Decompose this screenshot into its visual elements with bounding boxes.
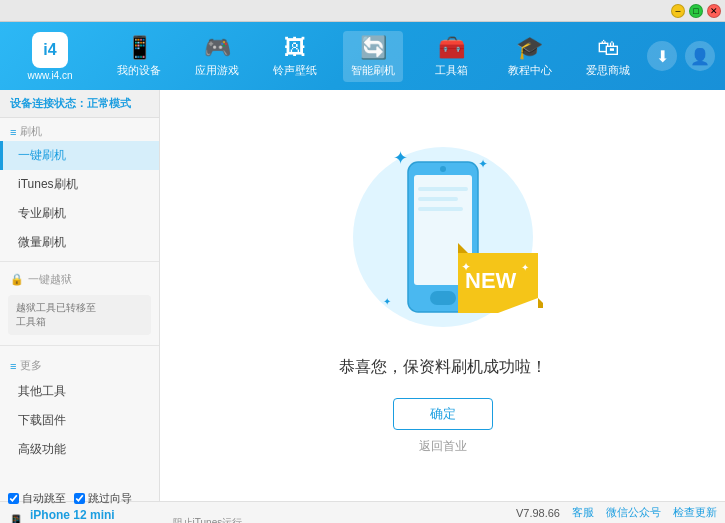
apps-icon: 🎮 — [204, 35, 231, 61]
sidebar-section-more: ≡ 更多 — [0, 354, 159, 377]
sidebar-item-download-firmware[interactable]: 下载固件 — [0, 406, 159, 435]
nav-store[interactable]: 🛍 爱思商城 — [578, 31, 638, 82]
skip-guide-checkbox[interactable]: 跳过向导 — [74, 491, 132, 506]
maximize-button[interactable]: □ — [689, 4, 703, 18]
auto-skip-checkbox[interactable]: 自动跳至 — [8, 491, 66, 506]
auto-skip-input[interactable] — [8, 493, 19, 504]
skip-guide-input[interactable] — [74, 493, 85, 504]
logo[interactable]: i4 www.i4.cn — [10, 32, 90, 81]
svg-point-3 — [440, 166, 446, 172]
confirm-button[interactable]: 确定 — [393, 398, 493, 430]
svg-marker-9 — [538, 298, 543, 308]
sparkle-3: ✦ — [383, 296, 391, 307]
sidebar-section-jailbreak: 🔒 一键越狱 — [0, 266, 159, 289]
header: i4 www.i4.cn 📱 我的设备 🎮 应用游戏 🖼 铃声壁纸 🔄 智能刷机… — [0, 22, 725, 90]
svg-text:✦: ✦ — [521, 262, 529, 273]
sidebar-item-micro-flash[interactable]: 微量刷机 — [0, 228, 159, 257]
svg-rect-5 — [418, 197, 458, 201]
close-button[interactable]: ✕ — [707, 4, 721, 18]
store-icon: 🛍 — [597, 35, 619, 61]
version-label: V7.98.66 — [516, 507, 560, 519]
smart-flash-icon: 🔄 — [360, 35, 387, 61]
logo-url: www.i4.cn — [27, 70, 72, 81]
svg-rect-4 — [418, 187, 468, 191]
sparkle-2: ✦ — [478, 157, 488, 171]
device-icon: 📱 — [126, 35, 153, 61]
minimize-button[interactable]: – — [671, 4, 685, 18]
nav-tutorial[interactable]: 🎓 教程中心 — [500, 31, 560, 82]
nav-bar: 📱 我的设备 🎮 应用游戏 🖼 铃声壁纸 🔄 智能刷机 🧰 工具箱 🎓 教程中心… — [100, 31, 647, 82]
nav-smart-flash[interactable]: 🔄 智能刷机 — [343, 31, 403, 82]
sidebar-item-one-click-flash[interactable]: 一键刷机 — [0, 141, 159, 170]
connection-status: 设备连接状态：正常模式 — [0, 90, 159, 118]
svg-text:✦: ✦ — [461, 260, 471, 274]
support-link[interactable]: 客服 — [572, 505, 594, 520]
congrats-text: 恭喜您，保资料刷机成功啦！ — [339, 357, 547, 378]
bottom-bar: 自动跳至 跳过向导 📱 iPhone 12 mini 64GB Down-12m… — [0, 501, 725, 523]
sidebar-item-other-tools[interactable]: 其他工具 — [0, 377, 159, 406]
content-area: ✦ ✦ ✦ — [160, 90, 725, 501]
wechat-link[interactable]: 微信公众号 — [606, 505, 661, 520]
user-button[interactable]: 👤 — [685, 41, 715, 71]
tutorial-icon: 🎓 — [516, 35, 543, 61]
sidebar-item-itunes-flash[interactable]: iTunes刷机 — [0, 170, 159, 199]
new-badge: NEW ✦ ✦ — [453, 243, 543, 317]
svg-text:NEW: NEW — [465, 268, 517, 293]
sidebar-section-flash: ≡ 刷机 — [0, 118, 159, 141]
logo-icon: i4 — [32, 32, 68, 68]
back-to-home-link[interactable]: 返回首业 — [419, 438, 467, 455]
check-update-link[interactable]: 检查更新 — [673, 505, 717, 520]
sidebar-item-pro-flash[interactable]: 专业刷机 — [0, 199, 159, 228]
jailbreak-note: 越狱工具已转移至工具箱 — [8, 295, 151, 335]
main-layout: 设备连接状态：正常模式 ≡ 刷机 一键刷机 iTunes刷机 专业刷机 微量刷机… — [0, 90, 725, 501]
sidebar: 设备连接状态：正常模式 ≡ 刷机 一键刷机 iTunes刷机 专业刷机 微量刷机… — [0, 90, 160, 501]
bottom-right: V7.98.66 客服 微信公众号 检查更新 — [516, 505, 717, 520]
nav-wallpaper[interactable]: 🖼 铃声壁纸 — [265, 31, 325, 82]
sidebar-item-advanced[interactable]: 高级功能 — [0, 435, 159, 464]
checkboxes-row: 自动跳至 跳过向导 — [8, 491, 157, 506]
phone-illustration: ✦ ✦ ✦ — [333, 137, 553, 337]
download-button[interactable]: ⬇ — [647, 41, 677, 71]
sparkle-1: ✦ — [393, 147, 408, 169]
nav-my-device[interactable]: 📱 我的设备 — [109, 31, 169, 82]
nav-toolbox[interactable]: 🧰 工具箱 — [422, 31, 482, 82]
title-bar: – □ ✕ — [0, 0, 725, 22]
nav-apps[interactable]: 🎮 应用游戏 — [187, 31, 247, 82]
toolbox-icon: 🧰 — [438, 35, 465, 61]
svg-rect-6 — [418, 207, 463, 211]
itunes-status[interactable]: 阻止iTunes运行 — [173, 517, 243, 524]
svg-marker-8 — [458, 243, 468, 253]
header-actions: ⬇ 👤 — [647, 41, 715, 71]
device-info: iPhone 12 mini 64GB Down-12mini-13,1 — [30, 508, 157, 523]
wallpaper-icon: 🖼 — [284, 35, 306, 61]
